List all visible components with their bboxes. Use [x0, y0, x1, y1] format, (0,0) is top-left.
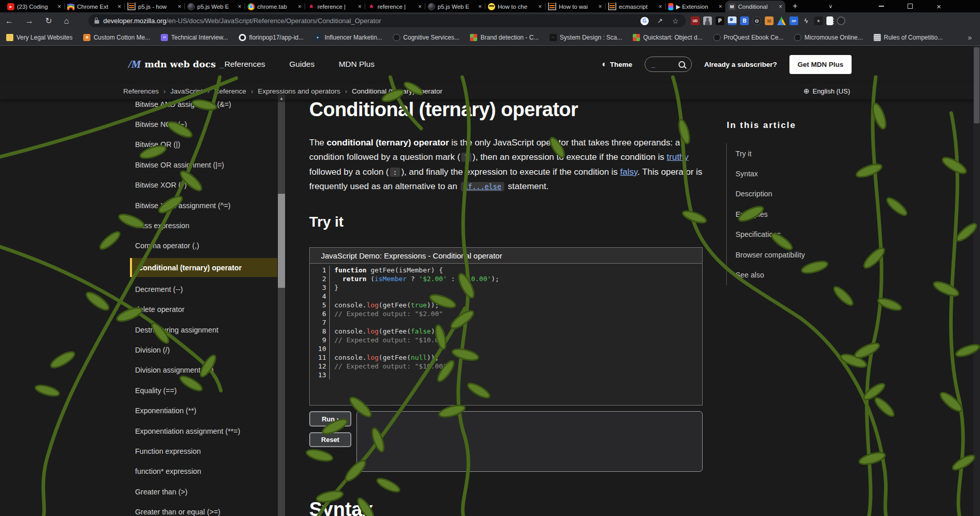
- mdn-logo[interactable]: /M mdn web docs _: [128, 46, 224, 83]
- tab-close-icon[interactable]: ×: [658, 4, 662, 10]
- dark-ring-extension-icon[interactable]: [837, 16, 845, 25]
- lightning-extension-icon[interactable]: [802, 16, 811, 25]
- tab-close-icon[interactable]: ×: [719, 4, 722, 10]
- tab-close-icon[interactable]: ×: [538, 4, 542, 10]
- reload-icon[interactable]: [45, 17, 52, 25]
- bookmark-item[interactable]: Technical Interview...: [161, 34, 228, 41]
- site-search-input[interactable]: _: [645, 57, 692, 72]
- language-switcher[interactable]: ⊕ English (US): [803, 83, 850, 99]
- back-icon[interactable]: [5, 17, 13, 25]
- sidebar-item[interactable]: class expression: [123, 215, 277, 235]
- toc-item[interactable]: See also: [736, 265, 805, 285]
- browser-tab[interactable]: ecmascript×: [605, 1, 665, 12]
- sidebar-item[interactable]: Function expression: [123, 441, 277, 461]
- drive-extension-icon[interactable]: [777, 16, 786, 25]
- sidebar-item[interactable]: Division assignment (/=): [123, 360, 277, 380]
- code-lines[interactable]: function getFee(isMember) { return (isMe…: [330, 266, 499, 379]
- bookmark-item[interactable]: Micromouse Online...: [794, 34, 862, 41]
- nav-link[interactable]: Guides: [289, 60, 314, 69]
- tab-close-icon[interactable]: ×: [238, 4, 241, 10]
- person-extension-icon[interactable]: [703, 16, 712, 25]
- tab-close-icon[interactable]: ×: [779, 4, 782, 10]
- sidebar-scroll-thumb[interactable]: [278, 194, 285, 288]
- lock-icon[interactable]: [95, 20, 99, 24]
- tab-close-icon[interactable]: ×: [118, 4, 121, 10]
- browser-menu-icon[interactable]: [830, 12, 837, 29]
- bookmark-item[interactable]: florinpop17/app-id...: [239, 34, 304, 41]
- bookmark-star-icon[interactable]: [671, 17, 680, 25]
- browser-tab[interactable]: Chrome Ext×: [64, 1, 124, 12]
- sidebar-item[interactable]: Equality (==): [123, 380, 277, 400]
- sidebar-item[interactable]: function* expression: [123, 462, 277, 482]
- browser-tab[interactable]: reference |×: [365, 1, 425, 12]
- sidebar-item[interactable]: Decrement (--): [123, 279, 277, 299]
- blue-id-extension-icon[interactable]: [728, 16, 737, 25]
- toc-item[interactable]: Try it: [736, 143, 805, 163]
- scroll-up-icon[interactable]: ▲: [278, 94, 285, 102]
- sidebar-item[interactable]: Destructuring assignment: [123, 320, 277, 340]
- sidebar-item[interactable]: Conditional (ternary) operator: [130, 258, 277, 277]
- sidebar-item[interactable]: Bitwise XOR assignment (^=): [123, 195, 277, 215]
- reset-button[interactable]: Reset: [309, 432, 351, 447]
- tab-close-icon[interactable]: ×: [58, 4, 61, 10]
- b-badge-extension-icon[interactable]: [740, 16, 749, 25]
- sidebar-item[interactable]: Bitwise XOR (^): [123, 175, 277, 195]
- sidebar-item[interactable]: Bitwise NOT (~): [123, 114, 277, 134]
- forward-icon[interactable]: [25, 17, 33, 25]
- minimize-icon[interactable]: [867, 0, 896, 12]
- browser-tab[interactable]: (23) Coding×: [4, 1, 64, 12]
- toc-item[interactable]: Syntax: [736, 163, 805, 183]
- toc-item[interactable]: Browser compatibility: [736, 245, 805, 265]
- tab-close-icon[interactable]: ×: [598, 4, 602, 10]
- browser-tab[interactable]: p5.js Web E×: [184, 1, 244, 12]
- bookmark-item[interactable]: Brand detection - C...: [470, 34, 538, 41]
- bookmark-item[interactable]: Very Legal Websites: [6, 34, 72, 41]
- new-tab-button[interactable]: +: [789, 1, 801, 12]
- sidebar-item[interactable]: delete operator: [123, 300, 277, 320]
- inline-link[interactable]: falsy: [620, 167, 637, 177]
- sidebar-item[interactable]: Bitwise OR (|): [123, 135, 277, 155]
- sidebar-item[interactable]: Bitwise AND assignment (&=): [123, 94, 277, 114]
- browser-tab[interactable]: p5.js - how×: [124, 1, 184, 12]
- tab-close-icon[interactable]: ×: [358, 4, 362, 10]
- sidebar-item[interactable]: Greater than (>): [123, 482, 277, 502]
- browser-tab[interactable]: How to wai×: [545, 1, 605, 12]
- nav-link[interactable]: References: [224, 60, 265, 69]
- nav-link[interactable]: MDN Plus: [338, 60, 374, 69]
- sidebar-item[interactable]: Greater than or equal (>=): [123, 502, 277, 516]
- p-badge-extension-icon[interactable]: [715, 16, 724, 25]
- sidebar-item[interactable]: Division (/): [123, 340, 277, 360]
- bookmark-item[interactable]: Influencer Marketin...: [314, 34, 382, 41]
- sidebar-scrollbar[interactable]: ▲: [278, 94, 285, 516]
- bookmark-item[interactable]: Rules of Competitio...: [874, 34, 943, 41]
- theme-toggle[interactable]: ◐ Theme: [602, 60, 632, 69]
- browser-tab[interactable]: How to che×: [485, 1, 545, 12]
- sidebar-item[interactable]: Comma operator (,): [123, 236, 277, 256]
- bookmark-item[interactable]: Quickstart: Object d...: [633, 34, 702, 41]
- bookmarks-overflow-icon[interactable]: »: [968, 29, 972, 45]
- browser-tab[interactable]: p5.js Web E×: [425, 1, 485, 12]
- browser-tab[interactable]: Conditional×: [725, 1, 785, 12]
- share-icon[interactable]: [656, 17, 664, 25]
- bookmark-item[interactable]: System Design : Sca...: [550, 34, 622, 41]
- address-bar[interactable]: developer.mozilla.org/en-US/docs/Web/Jav…: [88, 14, 686, 27]
- paw-extension-icon[interactable]: [814, 16, 823, 25]
- browser-tab[interactable]: chrome.tab×: [244, 1, 305, 12]
- tab-search-icon[interactable]: [821, 0, 840, 12]
- breadcrumb-item[interactable]: Conditional (ternary) operator: [352, 87, 442, 95]
- ud-extension-icon[interactable]: [691, 16, 700, 25]
- sidebar-item[interactable]: Exponentiation (**): [123, 400, 277, 420]
- sidebar-item[interactable]: Exponentiation assignment (**=): [123, 421, 277, 441]
- tab-close-icon[interactable]: ×: [478, 4, 482, 10]
- toc-item[interactable]: Specifications: [736, 225, 805, 245]
- toc-item[interactable]: Examples: [736, 204, 805, 224]
- page-scroll-thumb[interactable]: [974, 47, 979, 123]
- toc-item[interactable]: Description: [736, 184, 805, 204]
- inline-link[interactable]: truthy: [667, 152, 689, 162]
- browser-tab[interactable]: reference |×: [305, 1, 365, 12]
- o-badge-extension-icon[interactable]: [752, 16, 761, 25]
- zip-extension-icon[interactable]: [789, 16, 798, 25]
- restore-icon[interactable]: [896, 0, 925, 12]
- sidebar-item[interactable]: Bitwise OR assignment (|=): [123, 155, 277, 175]
- bookmark-item[interactable]: Custom Cotton Me...: [83, 34, 150, 41]
